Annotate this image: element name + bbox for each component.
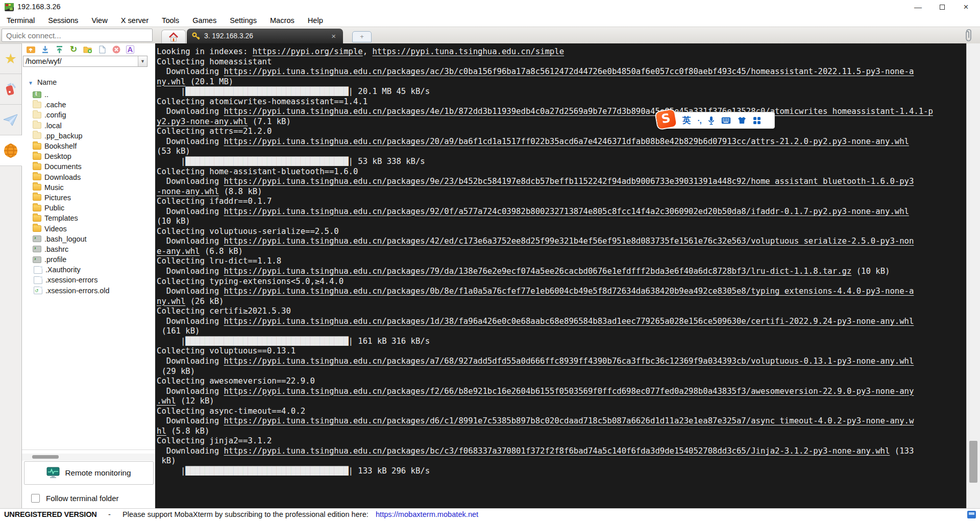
toolbox-icon[interactable] bbox=[753, 116, 761, 125]
file-item[interactable]: Pictures bbox=[22, 193, 155, 203]
file-item[interactable]: Downloads bbox=[22, 172, 155, 182]
menu-item-macros[interactable]: Macros bbox=[263, 14, 301, 27]
menu-item-x-server[interactable]: X server bbox=[114, 14, 155, 27]
maximize-button[interactable] bbox=[930, 0, 954, 14]
tab-home[interactable] bbox=[161, 30, 186, 44]
terminal-url[interactable]: hl bbox=[157, 427, 166, 436]
sidebar-tab-macros[interactable] bbox=[0, 105, 21, 135]
upload-icon[interactable] bbox=[55, 45, 64, 54]
file-item[interactable]: .local bbox=[22, 121, 155, 131]
column-header-name[interactable]: ▼ Name bbox=[22, 78, 155, 88]
divider bbox=[22, 449, 155, 450]
terminal-url[interactable]: https://pypi.tuna.tsinghua.edu.cn/packag… bbox=[224, 67, 914, 76]
terminal-url[interactable]: y2.py3-none-any.whl bbox=[157, 117, 248, 126]
terminal-output[interactable]: Looking in indexes: https://pypi.org/sim… bbox=[155, 43, 966, 508]
menu-item-settings[interactable]: Settings bbox=[223, 14, 263, 27]
parent-icon bbox=[33, 91, 41, 98]
terminal-url[interactable]: https://pypi.tuna.tsinghua.edu.cn/simple bbox=[372, 47, 564, 56]
new-file-icon[interactable] bbox=[97, 45, 107, 54]
skin-icon[interactable] bbox=[738, 116, 746, 124]
file-item[interactable]: Documents bbox=[22, 161, 155, 172]
terminal-url[interactable]: https://pypi.tuna.tsinghua.edu.cn/packag… bbox=[224, 177, 914, 186]
sogou-logo-icon[interactable]: S bbox=[655, 109, 676, 129]
sidebar-tab-tools[interactable] bbox=[0, 74, 21, 105]
file-item[interactable]: Desktop bbox=[22, 151, 155, 161]
file-name: Music bbox=[44, 183, 64, 192]
lang-mode-icon[interactable]: 英 bbox=[682, 112, 691, 128]
mic-icon[interactable] bbox=[708, 116, 715, 125]
quick-connect-input[interactable] bbox=[2, 29, 153, 42]
file-item[interactable]: .bash_logout bbox=[22, 234, 155, 244]
file-item[interactable]: .xsession-errors.old bbox=[22, 286, 155, 296]
file-item[interactable]: Music bbox=[22, 182, 155, 193]
terminal-url[interactable]: https://pypi.tuna.tsinghua.edu.cn/packag… bbox=[224, 287, 914, 296]
menu-item-terminal[interactable]: Terminal bbox=[0, 14, 41, 27]
menu-item-help[interactable]: Help bbox=[301, 14, 330, 27]
keyboard-icon[interactable] bbox=[721, 117, 731, 124]
terminal-line: (161 kB) bbox=[157, 326, 966, 337]
file-item[interactable]: .config bbox=[22, 110, 155, 120]
favorites-star-icon: ★ bbox=[5, 51, 17, 67]
terminal-url[interactable]: https://pypi.tuna.tsinghua.edu.cn/packag… bbox=[224, 137, 909, 146]
path-input[interactable] bbox=[23, 56, 138, 66]
terminal-url[interactable]: https://pypi.org/simple bbox=[253, 47, 363, 56]
sidebar-tab-sftp[interactable] bbox=[0, 135, 22, 166]
go-up-folder-icon[interactable] bbox=[26, 45, 35, 54]
terminal-url[interactable]: ny.whl bbox=[157, 77, 185, 86]
file-item[interactable]: .xsession-errors bbox=[22, 275, 155, 285]
terminal-url[interactable]: e-any.whl bbox=[157, 247, 200, 256]
file-list-hscrollbar[interactable] bbox=[22, 454, 155, 461]
file-item[interactable]: .. bbox=[22, 89, 155, 100]
terminal-line: Collecting typing-extensions<5.0,≥4.4.0 bbox=[157, 277, 966, 287]
terminal-scrollbar[interactable] bbox=[966, 43, 980, 508]
file-item[interactable]: .pp_backup bbox=[22, 131, 155, 141]
path-dropdown-arrow-icon[interactable]: ▼ bbox=[138, 56, 147, 66]
paperclip-icon[interactable] bbox=[964, 29, 974, 42]
sidebar-tab-sessions[interactable]: ★ bbox=[0, 43, 21, 74]
file-item[interactable]: Public bbox=[22, 203, 155, 213]
display-status-icon[interactable] bbox=[967, 511, 976, 518]
follow-terminal-folder-label: Follow terminal folder bbox=[46, 494, 119, 503]
terminal-url[interactable]: https://pypi.tuna.tsinghua.edu.cn/packag… bbox=[224, 317, 914, 326]
terminal-url[interactable]: https://pypi.tuna.tsinghua.edu.cn/packag… bbox=[224, 387, 914, 396]
terminal-url[interactable]: https://pypi.tuna.tsinghua.edu.cn/packag… bbox=[224, 357, 914, 366]
terminal-url[interactable]: ny.whl bbox=[157, 297, 185, 306]
toolbar-strip: 3. 192.168.3.26 × + bbox=[0, 27, 980, 43]
terminal-url[interactable]: .whl bbox=[157, 396, 176, 406]
file-item[interactable]: .cache bbox=[22, 100, 155, 110]
follow-terminal-folder-checkbox[interactable] bbox=[31, 494, 40, 503]
hscroll-thumb[interactable] bbox=[32, 455, 59, 459]
file-item[interactable]: .bashrc bbox=[22, 244, 155, 254]
file-item[interactable]: Bookshelf bbox=[22, 141, 155, 151]
delete-icon[interactable] bbox=[112, 45, 121, 54]
menu-item-sessions[interactable]: Sessions bbox=[41, 14, 85, 27]
menu-item-tools[interactable]: Tools bbox=[155, 14, 186, 27]
file-item[interactable]: .Xauthority bbox=[22, 265, 155, 275]
tab-active-session[interactable]: 3. 192.168.3.26 × bbox=[187, 29, 343, 44]
file-item[interactable]: Templates bbox=[22, 213, 155, 223]
minimize-button[interactable]: — bbox=[906, 0, 930, 14]
remote-monitoring-button[interactable]: Remote monitoring bbox=[24, 461, 154, 485]
punctuation-icon[interactable]: ·, bbox=[698, 112, 701, 128]
terminal-url[interactable]: https://pypi.tuna.tsinghua.edu.cn/packag… bbox=[224, 236, 914, 246]
terminal-scrollbar-thumb[interactable] bbox=[969, 441, 977, 483]
file-item[interactable]: Videos bbox=[22, 223, 155, 233]
new-folder-icon[interactable] bbox=[83, 45, 92, 54]
close-button[interactable]: × bbox=[954, 0, 978, 14]
menu-item-games[interactable]: Games bbox=[186, 14, 223, 27]
terminal-url[interactable]: -none-any.whl bbox=[157, 187, 219, 196]
refresh-icon[interactable]: ↻ bbox=[69, 45, 78, 54]
rename-icon[interactable]: A bbox=[126, 45, 134, 54]
download-icon[interactable] bbox=[40, 45, 50, 54]
terminal-url[interactable]: https://pypi.tuna.tsinghua.edu.cn/packag… bbox=[224, 207, 909, 216]
tab-close-icon[interactable]: × bbox=[331, 32, 336, 40]
mobatek-link[interactable]: https://mobaxterm.mobatek.net bbox=[376, 510, 478, 518]
menu-item-view[interactable]: View bbox=[85, 14, 114, 27]
terminal-url[interactable]: https://pypi.tuna.tsinghua.edu.cn/packag… bbox=[224, 267, 851, 276]
file-item[interactable]: .profile bbox=[22, 254, 155, 265]
home-icon bbox=[168, 32, 179, 43]
terminal-url[interactable]: https://pypi.tuna.tsinghua.edu.cn/packag… bbox=[224, 446, 890, 456]
terminal-url[interactable]: https://pypi.tuna.tsinghua.edu.cn/packag… bbox=[224, 416, 914, 425]
terminal-url[interactable]: https://pypi.tuna.tsinghua.edu.cn/packag… bbox=[224, 107, 933, 116]
new-tab-button[interactable]: + bbox=[352, 31, 372, 42]
